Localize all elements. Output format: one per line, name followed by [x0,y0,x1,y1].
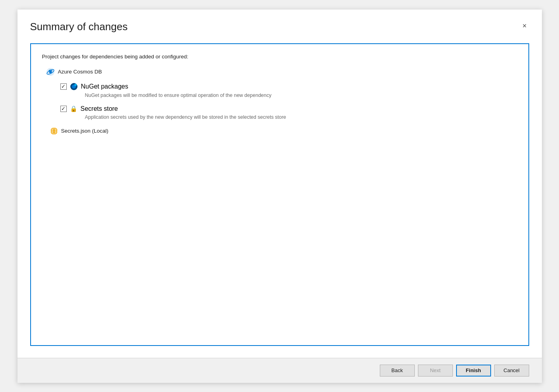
secrets-store-description: Application secrets used by the new depe… [85,114,517,120]
lock-icon: 🔒 [70,105,77,112]
section-label: Project changes for dependencies being a… [42,54,517,60]
secrets-json-icon [50,127,58,135]
secrets-store-item: 🔒 Secrets store Application secrets used… [60,105,517,120]
nuget-item-header: NuGet packages [60,83,517,91]
dialog-title: Summary of changes [30,21,128,33]
secrets-json-label: Secrets.json (Local) [61,128,108,134]
finish-button[interactable]: Finish [456,365,491,377]
dialog-header: Summary of changes × [17,10,542,39]
secrets-store-checkbox[interactable] [60,106,67,112]
secrets-store-item-header: 🔒 Secrets store [60,105,517,112]
close-button[interactable]: × [520,21,529,31]
dialog-footer: Back Next Finish Cancel [17,358,542,383]
cosmosdb-icon [46,68,55,76]
cancel-button[interactable]: Cancel [494,365,529,377]
svg-point-2 [49,70,52,73]
nuget-icon [70,83,78,91]
dep-group-name: Azure Cosmos DB [58,69,102,75]
content-box: Project changes for dependencies being a… [30,43,529,346]
dependency-group: Azure Cosmos DB [46,68,517,135]
next-button[interactable]: Next [418,365,453,377]
secrets-store-label: Secrets store [81,105,118,112]
nuget-label: NuGet packages [81,83,128,90]
nuget-item: NuGet packages NuGet packages will be mo… [60,83,517,98]
dialog-body: Project changes for dependencies being a… [17,39,542,358]
dep-items-container: NuGet packages NuGet packages will be mo… [60,83,517,120]
secrets-json-row: Secrets.json (Local) [50,127,517,135]
summary-dialog: Summary of changes × Project changes for… [17,10,542,383]
svg-point-6 [74,84,77,86]
nuget-checkbox[interactable] [60,83,67,90]
dep-group-title: Azure Cosmos DB [46,68,517,76]
back-button[interactable]: Back [380,365,415,377]
nuget-description: NuGet packages will be modified to ensur… [85,93,517,98]
